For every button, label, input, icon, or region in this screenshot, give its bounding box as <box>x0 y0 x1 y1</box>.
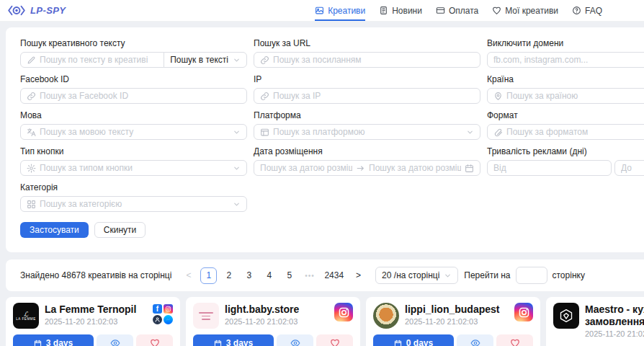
page-button-last[interactable]: 2434 <box>321 267 346 284</box>
creative-card[interactable]: Maestro - кухні, ме замовлення в Ужго 20… <box>546 297 644 346</box>
heart-icon <box>510 338 520 346</box>
prev-page-button[interactable]: < <box>180 267 197 284</box>
nav-item-payment[interactable]: Оплата <box>436 0 478 21</box>
platform-select[interactable] <box>254 124 480 140</box>
format-label: Формат <box>487 110 644 120</box>
ip-label: IP <box>254 74 480 84</box>
nav-label: Креативи <box>328 6 365 16</box>
creative-date: 2025-11-20 21:02:03 <box>405 317 509 326</box>
page-size-select[interactable]: 20 /на сторінці <box>375 267 458 284</box>
instagram-icon <box>334 303 353 321</box>
link-icon <box>27 92 36 101</box>
link-icon <box>260 56 269 65</box>
pagination: < 1 2 3 4 5 ••• 2434 > <box>180 267 367 284</box>
days-active-button[interactable]: 3 days <box>193 334 274 346</box>
ip-input[interactable] <box>273 91 474 101</box>
arrow-right-icon <box>356 164 365 173</box>
filter-duration: Тривалість реклами (дні) <box>487 146 644 176</box>
main-nav: Креативи Новини Оплата Мої креативи FAQ <box>315 0 602 21</box>
creatives-list: ℒ LA FEMME La Femme Ternopil 2025-11-20 … <box>6 297 644 346</box>
calendar-icon <box>34 340 42 346</box>
reset-button[interactable]: Скинути <box>94 222 146 238</box>
category-select-input[interactable] <box>40 199 229 209</box>
logo[interactable]: LP-SPY <box>7 0 66 21</box>
page-button-5[interactable]: 5 <box>281 267 298 284</box>
next-page-button[interactable]: > <box>350 267 367 284</box>
button-type-select[interactable] <box>20 160 247 176</box>
avatar <box>373 303 399 329</box>
nav-item-my-creatives[interactable]: Мої креативи <box>492 0 558 21</box>
hexagon-logo-icon <box>559 309 573 323</box>
days-active-button[interactable]: 3 days <box>13 334 94 346</box>
category-select[interactable] <box>20 196 247 212</box>
heart-icon <box>150 338 160 346</box>
platform-select-input[interactable] <box>273 127 462 137</box>
filter-placement-date: Дата розміщення <box>254 146 480 176</box>
date-from-input[interactable] <box>260 163 352 173</box>
eye-icon <box>470 338 480 346</box>
exclude-domains-input[interactable] <box>493 55 644 65</box>
jump-page-input[interactable] <box>516 267 547 284</box>
filter-creative-text: Пошук креативного тексту Пошук в тексті <box>20 38 247 68</box>
credit-card-icon <box>436 6 445 15</box>
calendar-icon <box>465 164 474 173</box>
url-label: Пошук за URL <box>254 38 480 48</box>
creative-title: Maestro - кухні, ме <box>585 303 644 316</box>
text-search-mode-select[interactable]: Пошук в тексті <box>164 52 247 68</box>
creative-title: light.baby.store <box>225 303 328 316</box>
messenger-icon <box>164 315 173 324</box>
creative-card[interactable]: light.baby.store 2025-11-20 21:02:03 3 d… <box>186 297 360 346</box>
language-select-input[interactable] <box>40 127 229 137</box>
avatar-art <box>202 319 210 320</box>
days-label: 3 days <box>46 338 73 346</box>
view-button[interactable] <box>277 334 313 346</box>
page-button-4[interactable]: 4 <box>261 267 277 284</box>
page-button-3[interactable]: 3 <box>241 267 257 284</box>
date-range-picker[interactable] <box>254 160 480 176</box>
filter-facebook-id: Facebook ID <box>20 74 247 104</box>
view-button[interactable] <box>457 334 493 346</box>
heart-icon <box>330 338 340 346</box>
nav-item-creatives[interactable]: Креативи <box>315 0 365 21</box>
duration-from-input[interactable] <box>493 163 605 173</box>
duration-label: Тривалість реклами (дні) <box>487 146 644 156</box>
nav-label: Мої креативи <box>505 6 558 16</box>
nav-item-news[interactable]: Новини <box>379 0 422 21</box>
favorite-button[interactable] <box>316 334 353 346</box>
country-input[interactable] <box>506 91 644 101</box>
language-select[interactable] <box>20 124 247 140</box>
creative-card[interactable]: lippi_lion_budapest 2025-11-20 21:02:03 … <box>366 297 540 346</box>
page-button-2[interactable]: 2 <box>220 267 237 284</box>
filter-format: Формат <box>487 110 644 140</box>
url-input[interactable] <box>273 55 474 65</box>
view-button[interactable] <box>97 334 133 346</box>
duration-to-input[interactable] <box>621 163 644 173</box>
page-button-1[interactable]: 1 <box>200 267 217 284</box>
image-icon <box>315 6 324 15</box>
duration-to-wrap <box>614 160 644 176</box>
facebook-icon: f <box>153 304 162 314</box>
avatar <box>553 303 579 329</box>
favorite-button[interactable] <box>136 334 173 346</box>
filter-ip: IP <box>254 74 480 104</box>
facebook-id-label: Facebook ID <box>20 74 247 84</box>
filter-platform: Платформа <box>254 110 480 140</box>
creative-date: 2025-11-20 21:02:03 <box>585 329 644 338</box>
apply-button[interactable]: Застосувати <box>20 222 89 238</box>
favorite-button[interactable] <box>496 334 533 346</box>
days-active-button[interactable]: 0 days <box>373 334 454 346</box>
nav-label: Новини <box>392 6 422 16</box>
date-to-input[interactable] <box>369 163 461 173</box>
eye-logo-icon <box>7 4 26 17</box>
nav-item-faq[interactable]: FAQ <box>572 0 602 21</box>
filter-language: Мова <box>20 110 247 140</box>
location-pin-icon <box>493 92 503 101</box>
button-type-label: Тип кнопки <box>20 146 247 156</box>
creative-card[interactable]: ℒ LA FEMME La Femme Ternopil 2025-11-20 … <box>6 297 180 346</box>
pages-ellipsis[interactable]: ••• <box>301 267 318 284</box>
facebook-id-input[interactable] <box>40 91 241 101</box>
creative-text-label: Пошук креативного тексту <box>20 38 247 48</box>
creative-text-input[interactable] <box>40 55 158 65</box>
format-input[interactable] <box>506 127 644 137</box>
button-type-select-input[interactable] <box>40 163 229 173</box>
